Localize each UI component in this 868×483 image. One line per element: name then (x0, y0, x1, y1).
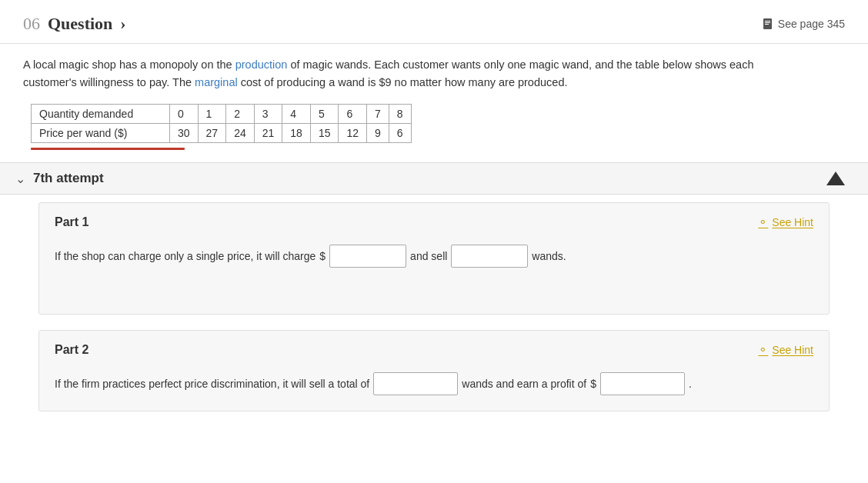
table-cell-p1: 27 (198, 124, 226, 143)
svg-rect-1 (765, 21, 770, 22)
book-icon (762, 18, 774, 30)
part2-hint-label: See Hint (772, 344, 813, 356)
part1-header: Part 1 ⚬ See Hint (55, 215, 813, 229)
hint-bulb-icon: ⚬ (758, 215, 768, 229)
table-row-price-label: Price per wand ($) (32, 124, 170, 143)
table-cell-p0: 30 (170, 124, 199, 143)
table-row-quantity-label: Quantity demanded (32, 105, 170, 124)
question-header: 06 Question › (23, 14, 126, 34)
question-dot: › (120, 14, 125, 34)
part1-title: Part 1 (55, 215, 88, 229)
attempt-left: ⌄ 7th attempt (15, 171, 104, 186)
question-number: 06 (23, 14, 40, 34)
question-body: A local magic shop has a monopoly on the… (0, 44, 868, 158)
question-text-part3: cost of producing a wand is $9 no matter… (238, 76, 568, 88)
top-bar: 06 Question › See page 345 (0, 0, 868, 44)
part2-profit-input[interactable] (600, 372, 685, 395)
attempt-bar: ⌄ 7th attempt (0, 162, 868, 195)
svg-rect-2 (765, 22, 770, 23)
chevron-down-icon[interactable]: ⌄ (15, 172, 25, 186)
table-cell-p7: 9 (367, 124, 389, 143)
question-title: Question (48, 14, 112, 34)
part2-see-hint[interactable]: ⚬ See Hint (758, 343, 813, 357)
hint-bulb-icon-2: ⚬ (758, 343, 768, 357)
table-cell-q0: 0 (170, 105, 199, 124)
part1-see-hint[interactable]: ⚬ See Hint (758, 215, 813, 229)
parts-container: Part 1 ⚬ See Hint If the shop can charge… (0, 195, 868, 442)
question-highlight1: production (235, 58, 288, 71)
question-highlight2: marginal (195, 76, 238, 88)
table-cell-q1: 1 (198, 105, 226, 124)
question-text-part1: A local magic shop has a monopoly on the (23, 58, 235, 71)
part1-section: Part 1 ⚬ See Hint If the shop can charge… (38, 202, 830, 315)
part2-quantity-input[interactable] (373, 372, 458, 395)
table-cell-q5: 5 (310, 105, 339, 124)
question-text: A local magic shop has a monopoly on the… (23, 56, 793, 92)
part1-quantity-input[interactable] (451, 245, 528, 268)
underline-decoration (31, 148, 185, 150)
part1-price-input[interactable] (329, 245, 406, 268)
part2-dollar: $ (590, 373, 596, 395)
part1-text-pre: If the shop can charge only a single pri… (55, 245, 315, 267)
attempt-label: 7th attempt (33, 171, 104, 186)
table-cell-q8: 8 (389, 105, 411, 124)
table-cell-p8: 6 (389, 124, 411, 143)
table-cell-p3: 21 (254, 124, 282, 143)
table-cell-q6: 6 (339, 105, 367, 124)
part1-dollar1: $ (319, 245, 326, 267)
table-cell-q3: 3 (254, 105, 282, 124)
table-row-quantity: Quantity demanded 0 1 2 3 4 5 6 7 8 (32, 105, 412, 124)
svg-rect-3 (765, 24, 769, 25)
part2-title: Part 2 (55, 343, 88, 357)
part2-header: Part 2 ⚬ See Hint (55, 343, 813, 357)
table-cell-q7: 7 (367, 105, 389, 124)
part2-text-mid: wands and earn a profit of (462, 373, 586, 395)
see-page[interactable]: See page 345 (762, 18, 845, 30)
table-row-price: Price per wand ($) 30 27 24 21 18 15 12 … (32, 124, 412, 143)
part2-text-pre: If the firm practices perfect price disc… (55, 373, 369, 395)
table-cell-p2: 24 (226, 124, 255, 143)
table-cell-p5: 15 (310, 124, 339, 143)
part1-text-post: wands. (532, 245, 566, 267)
table-cell-p6: 12 (339, 124, 367, 143)
part2-text-post: . (689, 373, 692, 395)
part1-text-mid: and sell (410, 245, 447, 267)
part1-question: If the shop can charge only a single pri… (55, 245, 813, 268)
part2-question: If the firm practices perfect price disc… (55, 372, 813, 395)
see-page-label: See page 345 (778, 18, 845, 30)
part1-hint-label: See Hint (772, 216, 813, 228)
table-cell-q4: 4 (282, 105, 311, 124)
collapse-arrow-icon[interactable] (826, 172, 845, 185)
table-cell-p4: 18 (282, 124, 311, 143)
part2-section: Part 2 ⚬ See Hint If the firm practices … (38, 330, 830, 411)
data-table: Quantity demanded 0 1 2 3 4 5 6 7 8 Pric… (31, 104, 412, 143)
table-cell-q2: 2 (226, 105, 255, 124)
